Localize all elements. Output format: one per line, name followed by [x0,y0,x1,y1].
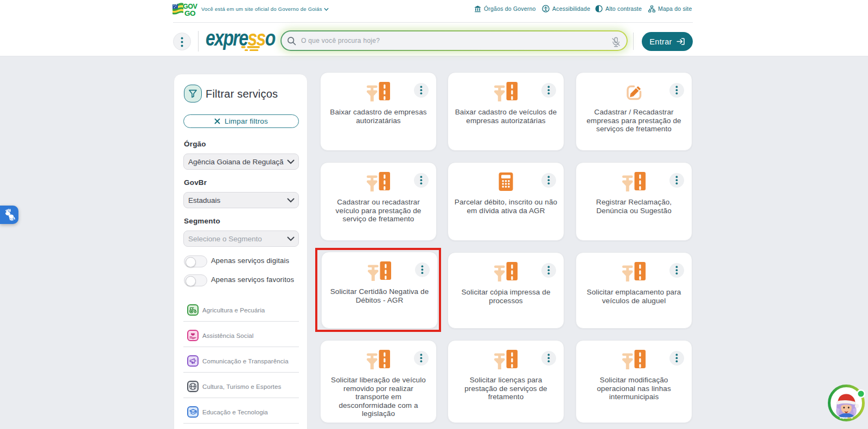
svg-text:expresso: expresso [840,416,853,419]
svg-text:GO: GO [184,9,195,17]
